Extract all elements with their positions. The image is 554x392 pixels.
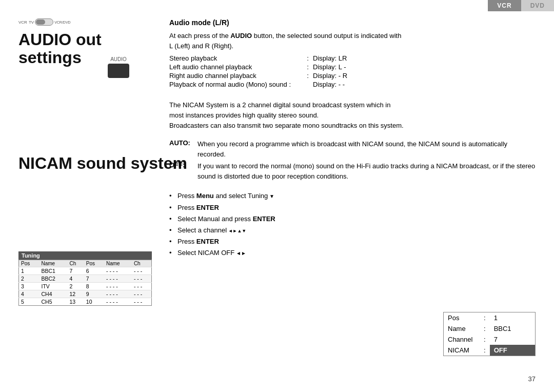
table-row: 5CH51310- - - -- - - <box>19 298 152 306</box>
table-row: 2BBC247- - - -- - - <box>19 275 152 283</box>
th-name2: Name <box>104 260 132 267</box>
nicam-description: The NICAM System is a 2 channel digital … <box>169 100 536 131</box>
table-row: Playback of normal audio (Mono) sound :D… <box>169 80 536 89</box>
table-row: Name:BBC1 <box>444 323 535 334</box>
auto-off-table: AUTO: When you record a programme which … <box>169 138 536 182</box>
tuning-table-header-row: Pos Name Ch Pos Name Ch <box>19 260 152 267</box>
info-box: Pos:1Name:BBC1Channel:7NICAM:OFF <box>443 312 536 356</box>
list-item: Press ENTER <box>169 236 536 247</box>
th-pos2: Pos <box>84 260 104 267</box>
audio-desc-line2: L (Left) and R (Right). <box>169 41 536 51</box>
page-number: 37 <box>528 375 536 383</box>
tuning-table: Pos Name Ch Pos Name Ch 1BBC176- - - -- … <box>18 260 152 306</box>
table-row: Right audio channel playback:Display: - … <box>169 71 536 80</box>
audio-display-table: Stereo playback:Display: LRLeft audio ch… <box>169 54 536 89</box>
off-label: OFF: <box>169 160 197 182</box>
off-row: OFF: If you want to record the normal (m… <box>169 160 536 182</box>
switch-vcrdvd-label: VCR/DVD <box>54 21 71 24</box>
audio-mode-title: Audio mode (L/R) <box>169 18 536 27</box>
switch-icon-area: VCR TV VCR/DVD <box>18 18 162 26</box>
th-ch2: Ch <box>132 260 152 267</box>
switch-knob <box>36 19 45 25</box>
list-item: Select a channel ◄►▲▼ <box>169 225 536 236</box>
list-item: Press ENTER <box>169 202 536 213</box>
info-box-table: Pos:1Name:BBC1Channel:7NICAM:OFF <box>444 312 535 356</box>
table-row: 4CH4129- - - -- - - <box>19 290 152 298</box>
th-name1: Name <box>39 260 67 267</box>
audio-button-icon <box>108 64 129 78</box>
list-item: Press Menu and select Tuning ▼ <box>169 190 536 202</box>
vcr-tab: VCR <box>488 0 521 11</box>
table-row: NICAM:OFF <box>444 345 535 356</box>
right-column: Audio mode (L/R) At each press of the AU… <box>169 18 536 259</box>
table-row: 1BBC176- - - -- - - <box>19 267 152 275</box>
audio-label: AUDIO <box>110 56 127 62</box>
th-ch1: Ch <box>68 260 84 267</box>
table-row: 3ITV28- - - -- - - <box>19 283 152 290</box>
list-item: Select Manual and press ENTER <box>169 213 536 225</box>
off-desc: If you want to record the normal (mono) … <box>197 160 536 182</box>
tuning-table-container: Tuning Pos Name Ch Pos Name Ch 1BBC176- … <box>18 251 152 306</box>
audio-button-area: AUDIO <box>108 56 129 78</box>
nicam-title: NICAM sound system <box>18 154 187 173</box>
switch-vcr-label: VCR <box>18 20 27 25</box>
auto-desc: When you record a programme which is bro… <box>197 138 536 160</box>
page-title: AUDIO out settings <box>18 31 162 67</box>
tuning-header: Tuning <box>18 251 152 260</box>
auto-row: AUTO: When you record a programme which … <box>169 138 536 160</box>
header-bar: VCR DVD <box>488 0 554 11</box>
switch-body <box>35 18 53 26</box>
auto-label: AUTO: <box>169 138 197 160</box>
table-row: Stereo playback:Display: LR <box>169 54 536 63</box>
th-pos1: Pos <box>19 260 39 267</box>
table-row: Pos:1 <box>444 312 535 323</box>
table-row: Channel:7 <box>444 334 535 345</box>
instruction-list: Press Menu and select Tuning ▼Press ENTE… <box>169 190 536 259</box>
table-row: Left audio channel playback:Display: L - <box>169 63 536 71</box>
list-item: Select NICAM OFF ◄► <box>169 247 536 259</box>
switch-tv-label: TV <box>29 20 34 25</box>
left-column: VCR TV VCR/DVD AUDIO out settings <box>18 18 162 76</box>
audio-desc-line1: At each press of the AUDIO button, the s… <box>169 31 536 41</box>
dvd-tab: DVD <box>521 0 554 11</box>
